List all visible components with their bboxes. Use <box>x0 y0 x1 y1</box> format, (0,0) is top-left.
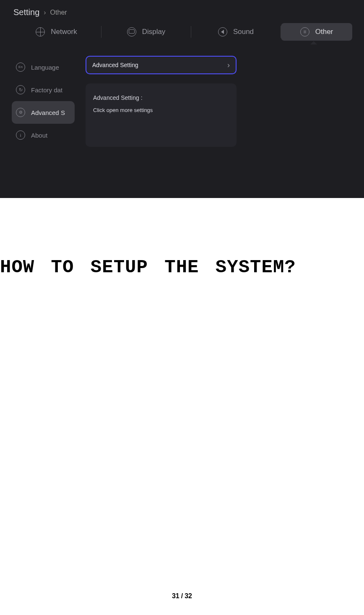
tab-label: Network <box>51 28 77 36</box>
advanced-setting-description: Advanced Setting : Click open more setti… <box>86 83 237 147</box>
info-icon <box>16 130 25 140</box>
tab-label: Display <box>142 28 166 36</box>
sidebar-item-factory-reset[interactable]: Factory dat <box>12 78 75 101</box>
sidebar-item-label: Factory dat <box>31 86 62 94</box>
globe-icon <box>36 27 45 36</box>
page-total: 32 <box>185 592 192 599</box>
tab-label: Sound <box>233 28 254 36</box>
sidebar-item-label: Advanced S <box>31 109 65 116</box>
page-heading: HOW TO SETUP THE SYSTEM? <box>0 198 364 278</box>
chevron-right-icon: › <box>227 61 230 70</box>
tab-sound[interactable]: Sound <box>191 23 281 41</box>
description-body: Click open more settings <box>93 107 229 113</box>
advanced-setting-row[interactable]: Advanced Setting › <box>86 56 237 74</box>
breadcrumb-current: Other <box>50 9 67 16</box>
sidebar-item-label: About <box>31 132 47 139</box>
breadcrumb-separator-icon: › <box>44 9 46 16</box>
breadcrumb: Setting › Other <box>0 0 364 21</box>
description-title: Advanced Setting : <box>93 94 229 101</box>
settings-main-panel: Advanced Setting › Advanced Setting : Cl… <box>86 46 237 147</box>
tab-display[interactable]: Display <box>101 23 191 41</box>
sidebar-item-about[interactable]: About <box>12 124 75 146</box>
top-tabbar: Network Display Sound Other <box>0 21 364 46</box>
tab-network[interactable]: Network <box>12 23 101 41</box>
tab-other[interactable]: Other <box>281 23 352 41</box>
breadcrumb-root[interactable]: Setting <box>13 8 39 17</box>
display-icon <box>127 27 136 36</box>
reset-icon <box>16 85 25 94</box>
settings-screenshot: Setting › Other Network Display Sound Ot… <box>0 0 364 198</box>
language-icon <box>16 63 25 72</box>
page-number: 31/32 <box>0 592 364 600</box>
row-label: Advanced Setting <box>92 62 138 68</box>
menu-icon <box>300 27 309 36</box>
sidebar-item-label: Language <box>31 64 59 71</box>
sidebar-item-advanced[interactable]: Advanced S <box>12 101 75 124</box>
advanced-icon <box>16 108 25 117</box>
speaker-icon <box>218 27 227 36</box>
page-separator: / <box>181 592 183 599</box>
sidebar-item-language[interactable]: Language <box>12 56 75 78</box>
content-area: Language Factory dat Advanced S About Ad… <box>0 46 364 147</box>
page-current: 31 <box>172 592 179 599</box>
tab-label: Other <box>315 28 333 36</box>
active-tab-indicator-icon <box>310 41 317 44</box>
settings-sidebar: Language Factory dat Advanced S About <box>12 46 75 147</box>
